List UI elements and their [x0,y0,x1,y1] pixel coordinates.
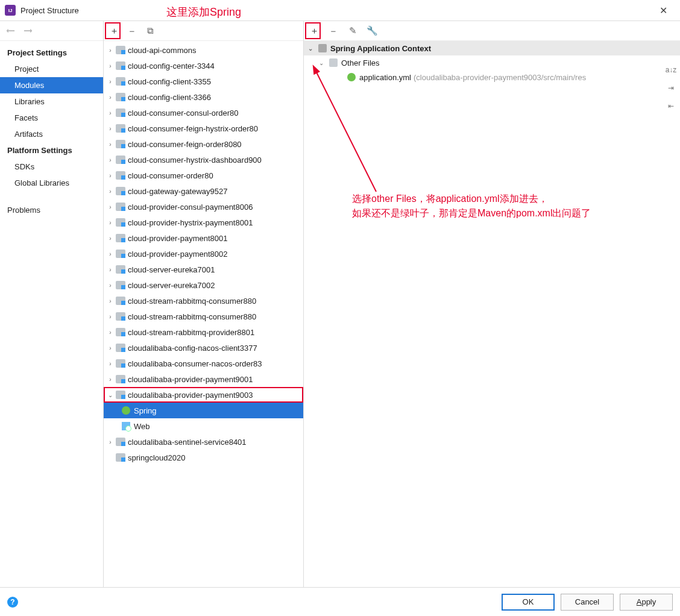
module-row[interactable]: ›cloudalibaba-consumer-nacos-order83 [104,356,303,371]
chevron-right-icon[interactable]: › [106,266,115,273]
chevron-right-icon[interactable]: › [106,360,115,367]
module-row[interactable]: ›cloud-provider-hystrix-payment8001 [104,215,303,230]
titlebar: Project Structure ✕ [0,0,680,20]
add-module-button[interactable]: ＋ [107,24,121,37]
chevron-down-icon[interactable]: ⌄ [317,60,326,66]
module-label: cloud-stream-rabbitmq-provider8801 [128,328,254,337]
chevron-right-icon[interactable]: › [106,78,115,85]
module-row[interactable]: ›cloud-gateway-gateway9527 [104,183,303,199]
chevron-down-icon[interactable]: ⌄ [306,45,315,52]
chevron-right-icon[interactable]: › [106,298,115,304]
chevron-right-icon[interactable]: › [106,94,115,101]
sidebar-item-global-libraries[interactable]: Global Libraries [0,175,103,191]
chevron-down-icon[interactable]: ⌄ [106,392,115,398]
chevron-right-icon[interactable]: › [106,125,115,132]
chevron-right-icon[interactable]: › [106,251,115,257]
chevron-right-icon[interactable]: › [106,345,115,351]
chevron-right-icon[interactable]: › [106,376,115,383]
copy-module-button[interactable]: ⧉ [143,24,157,37]
close-button[interactable]: ✕ [651,5,675,16]
module-child-spring[interactable]: Spring [104,403,303,418]
sidebar-item-libraries[interactable]: Libraries [0,93,103,110]
chevron-right-icon[interactable]: › [106,47,115,54]
module-row[interactable]: ›cloud-provider-consul-payment8006 [104,199,303,215]
annotation-right: 选择other Files，将application.yml添加进去， 如果还不… [352,192,591,221]
module-row[interactable]: ›cloud-config-client-3366 [104,89,303,105]
module-row[interactable]: ›cloud-server-eureka7002 [104,277,303,293]
ok-button[interactable]: OK [502,594,555,611]
chevron-right-icon[interactable]: › [106,439,115,445]
chevron-right-icon[interactable]: › [106,313,115,320]
remove-module-button[interactable]: − [125,24,139,37]
help-button[interactable]: ? [7,597,18,608]
edit-context-button[interactable]: ✎ [346,24,359,37]
cancel-button[interactable]: Cancel [561,594,614,611]
other-files-row[interactable]: ⌄ Other Files [304,55,680,70]
module-row[interactable]: ›cloud-stream-rabbitmq-provider8801 [104,324,303,340]
chevron-right-icon[interactable]: › [106,141,115,148]
module-row[interactable]: ›cloudalibaba-sentinel-service8401 [104,434,303,450]
module-row[interactable]: ›cloud-consumer-consul-order80 [104,105,303,121]
sidebar-item-problems[interactable]: Problems [0,202,103,218]
module-folder-icon [116,281,125,289]
sort-az-icon[interactable]: a↓z [666,65,676,75]
sidebar-item-artifacts[interactable]: Artifacts [0,126,103,142]
file-row[interactable]: application.yml (cloudalibaba-provider-p… [304,70,680,84]
chevron-right-icon[interactable]: › [106,282,115,289]
module-row[interactable]: ›cloud-provider-payment8002 [104,246,303,262]
chevron-right-icon[interactable]: › [106,157,115,163]
module-folder-icon [116,234,125,242]
module-child-web[interactable]: Web [104,418,303,434]
module-row[interactable]: ›cloud-provider-payment8001 [104,230,303,246]
spring-leaf-icon [122,406,130,415]
add-context-button[interactable]: ＋ [307,24,321,37]
module-label: cloudalibaba-provider-payment9003 [128,391,253,400]
sidebar-item-facets[interactable]: Facets [0,110,103,126]
chevron-right-icon[interactable]: › [106,172,115,179]
module-row[interactable]: ›cloud-stream-rabbitmq-consumer880 [104,309,303,324]
module-row[interactable]: ›cloud-server-eureka7001 [104,262,303,277]
chevron-right-icon[interactable]: › [106,219,115,226]
back-icon[interactable]: 🠔 [6,26,15,36]
module-row[interactable]: ›cloud-api-commons [104,42,303,58]
footer: ? OK Cancel Apply [0,587,680,616]
module-row[interactable]: ›cloudalibaba-config-nacos-client3377 [104,340,303,356]
right-panel: ＋ − ✎ 🔧 ⌄ Spring Application Context ⌄ O… [304,21,680,587]
settings-icon[interactable]: 🔧 [365,24,379,37]
module-row[interactable]: ›cloud-consumer-hystrix-dashboard900 [104,152,303,168]
context-header[interactable]: ⌄ Spring Application Context [304,41,680,55]
right-content: ⌄ Spring Application Context ⌄ Other Fil… [304,41,680,587]
module-row[interactable]: ›cloud-config-client-3355 [104,74,303,89]
module-row[interactable]: ›cloud-consumer-feign-order8080 [104,136,303,152]
module-folder-icon [116,344,125,352]
sidebar-item-modules[interactable]: Modules [0,77,103,93]
module-label: springcloud2020 [128,453,185,462]
module-label: cloud-server-eureka7001 [128,265,215,274]
chevron-right-icon[interactable]: › [106,204,115,210]
collapse-icon[interactable]: ⇥ [666,83,676,93]
right-side-icons: a↓z ⇥ ⇤ [666,86,676,111]
module-row-expanded[interactable]: ⌄cloudalibaba-provider-payment9003 [104,387,303,403]
module-row[interactable]: ›cloud-config-center-3344 [104,58,303,74]
forward-icon[interactable]: 🠖 [24,26,33,36]
chevron-right-icon[interactable]: › [106,110,115,116]
chevron-right-icon[interactable]: › [106,235,115,242]
module-list[interactable]: ›cloud-api-commons›cloud-config-center-3… [104,41,303,587]
chevron-right-icon[interactable]: › [106,63,115,69]
remove-context-button[interactable]: − [327,24,340,37]
module-row[interactable]: ›cloud-stream-rabbitmq-consumer880 [104,293,303,309]
modules-panel: ＋ − ⧉ ›cloud-api-commons›cloud-config-ce… [104,21,304,587]
apply-button[interactable]: Apply [620,594,673,611]
module-row[interactable]: ›cloud-consumer-order80 [104,168,303,183]
chevron-right-icon[interactable]: › [106,188,115,195]
module-row[interactable]: ›cloudalibaba-provider-payment9001 [104,371,303,387]
files-icon [329,58,338,67]
module-folder-icon [116,108,125,117]
sidebar-item-project[interactable]: Project [0,61,103,77]
chevron-right-icon[interactable]: › [106,329,115,336]
expand-icon[interactable]: ⇤ [666,101,676,111]
module-row[interactable]: ›cloud-consumer-feign-hystrix-order80 [104,121,303,136]
right-toolbar: ＋ − ✎ 🔧 [304,21,680,41]
module-row[interactable]: springcloud2020 [104,450,303,465]
sidebar-item-sdks[interactable]: SDKs [0,159,103,175]
